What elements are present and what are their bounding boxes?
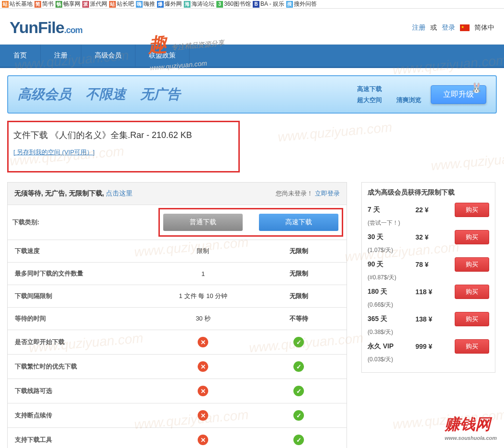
bookmark-item[interactable]: BBA - 娱乐 [253, 0, 284, 8]
file-title: 文件下载 《人们的名义》全集.Rar - 210.62 KB [13, 129, 234, 141]
lang-text[interactable]: 简体中 [474, 23, 494, 32]
vip-plan-row: 30 天32 ¥购买 [368, 230, 489, 244]
vip-plan-row: 永久 VIP999 ¥购买 [368, 339, 489, 354]
category-label: 下载类别: [8, 205, 156, 240]
header: YunFile.com 注册 或 登录 简体中 [0, 9, 504, 45]
tip-row: 无须等待, 无广告, 无限制下载, 点击这里 您尚未登录！ 立即登录 [8, 183, 347, 205]
check-icon: ✓ [293, 337, 304, 347]
buy-button[interactable]: 购买 [455, 230, 489, 244]
check-icon: ✓ [293, 435, 304, 445]
bookmark-icon: 爆 [157, 1, 164, 8]
bookmark-item[interactable]: 简简书 [34, 0, 54, 8]
bookmark-item[interactable]: 爆爆外网 [157, 0, 182, 8]
banner-features: 高速下载 超大空间 清爽浏览 [357, 85, 421, 104]
bookmark-icon: 3 [216, 1, 223, 8]
logo[interactable]: YunFile.com [10, 18, 82, 37]
bookmark-icon: 站 [109, 1, 116, 8]
save-to-space-link[interactable]: [ 另存到我的空间 (VIP可用）] [13, 149, 95, 156]
x-icon: ✕ [198, 361, 208, 372]
bookmark-icon: B [253, 1, 259, 8]
nav: 首页注册高级会员联盟政策 [0, 45, 504, 68]
logo-suffix: .com [64, 25, 82, 35]
check-icon: ✓ [293, 386, 304, 396]
buy-button[interactable]: 购买 [455, 339, 489, 354]
or-text: 或 [430, 23, 437, 32]
login-now-link[interactable]: 立即登录 [315, 190, 340, 197]
comparison-table: 无须等待, 无广告, 无限制下载, 点击这里 您尚未登录！ 立即登录 下载类别:… [7, 182, 347, 448]
x-icon: ✕ [198, 386, 208, 396]
vip-title: 成为高级会员获得无限制下载 [368, 188, 489, 197]
vip-plan-row: 365 天138 ¥购买 [368, 312, 489, 326]
buy-button[interactable]: 购买 [455, 312, 489, 326]
vip-plan-row: 90 天78 ¥购买 [368, 257, 489, 272]
nav-item[interactable]: 注册 [41, 45, 81, 67]
bookmark-item[interactable]: 站站长吧 [109, 0, 134, 8]
table-row: 等待的时间30 秒不等待 [8, 308, 347, 330]
table-row: 最多同时下载的文件数量1无限制 [8, 263, 347, 285]
bookmark-item[interactable]: 3360图书馆 [216, 0, 251, 8]
vip-plan-row: 180 天118 ¥购买 [368, 285, 489, 299]
table-row: 下载间隔限制1 文件 每 10 分钟无限制 [8, 285, 347, 308]
buy-button[interactable]: 购买 [455, 285, 489, 299]
table-row: 下载线路可选✕✓ [8, 379, 347, 403]
table-row: 下载速度限制无限制 [8, 240, 347, 263]
login-link[interactable]: 登录 [442, 23, 455, 32]
buy-button[interactable]: 购买 [455, 203, 489, 217]
check-icon: ✓ [293, 361, 304, 372]
header-right: 注册 或 登录 简体中 [412, 23, 494, 32]
bookmark-icon: 海 [184, 1, 190, 8]
bookmark-icon: 派 [82, 1, 89, 8]
bookmark-icon: 搜 [286, 1, 293, 8]
table-row: 是否立即开始下载✕✓ [8, 330, 347, 355]
bookmark-item[interactable]: 嗨嗨推 [136, 0, 155, 8]
feat-2: 超大空间 [357, 96, 382, 104]
vip-plans-box: 成为高级会员获得无限制下载 7 天22 ¥购买(尝试一下！)30 天32 ¥购买… [361, 182, 495, 373]
x-icon: ✕ [198, 337, 208, 347]
bookmark-item[interactable]: 畅畅享网 [56, 0, 80, 8]
bookmark-item[interactable]: 派派代网 [82, 0, 107, 8]
x-icon: ✕ [198, 410, 208, 421]
table-row: 支持断点续传✕✓ [8, 403, 347, 428]
bottom-watermark: 赚钱网 www.soushuola.com [445, 414, 497, 441]
file-info-box: 文件下载 《人们的名义》全集.Rar - 210.62 KB [ 另存到我的空间… [7, 121, 240, 172]
table-row: 支持下载工具✕✓ [8, 428, 347, 448]
nav-item[interactable]: 高级会员 [81, 45, 135, 67]
feat-1: 高速下载 [357, 85, 382, 93]
bookmark-item[interactable]: 搜搜外问答 [286, 0, 317, 8]
bookmark-icon: 简 [34, 1, 41, 8]
nav-item[interactable]: 首页 [0, 45, 41, 67]
bookmark-icon: 站 [2, 1, 9, 8]
banner: 高级会员不限速无广告 高速下载 超大空间 清爽浏览 立即升级 🐰 [7, 75, 497, 114]
banner-text: 高级会员不限速无广告 [18, 85, 180, 103]
click-here-link[interactable]: 点击这里 [106, 189, 133, 197]
flag-icon[interactable] [460, 24, 470, 31]
buy-button[interactable]: 购买 [455, 257, 489, 272]
feat-3: 清爽浏览 [396, 96, 421, 104]
fast-download-button[interactable]: 高速下载 [259, 214, 338, 231]
nav-item[interactable]: 联盟政策 [135, 45, 190, 67]
check-icon: ✓ [293, 410, 304, 421]
bookmark-icon: 畅 [56, 1, 62, 8]
vip-plan-row: 7 天22 ¥购买 [368, 203, 489, 217]
x-icon: ✕ [198, 435, 208, 445]
bookmark-item[interactable]: 海海涛论坛 [184, 0, 214, 8]
register-link[interactable]: 注册 [412, 23, 426, 32]
table-row: 下载繁忙时的优先下载✕✓ [8, 355, 347, 379]
rabbit-icon: 🐰 [470, 82, 482, 93]
logo-main: YunFile [10, 18, 64, 36]
bookmark-item[interactable]: 站站长基地 [2, 0, 33, 8]
bookmark-icon: 嗨 [136, 1, 143, 8]
normal-download-button[interactable]: 普通下载 [163, 214, 243, 231]
bookmarks-bar: 站站长基地简简书畅畅享网派派代网站站长吧嗨嗨推爆爆外网海海涛论坛3360图书馆B… [0, 0, 504, 9]
